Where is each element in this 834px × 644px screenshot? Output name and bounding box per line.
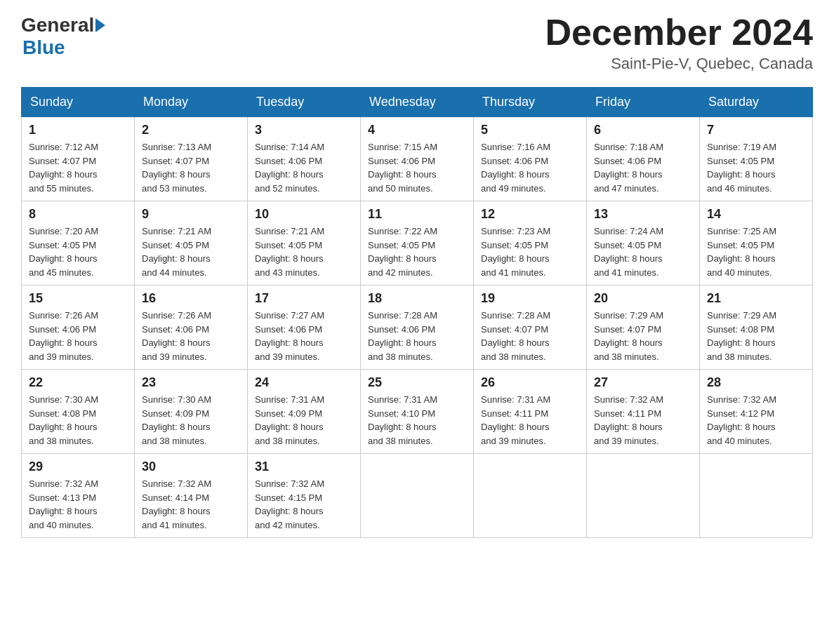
day-number: 29 [29,459,127,474]
day-info: Sunrise: 7:12 AMSunset: 4:07 PMDaylight:… [29,140,127,195]
day-info: Sunrise: 7:26 AMSunset: 4:06 PMDaylight:… [142,309,240,363]
day-number: 9 [142,207,240,222]
page-header: General Blue December 2024 Saint-Pie-V, … [21,14,813,73]
day-info: Sunrise: 7:32 AMSunset: 4:11 PMDaylight:… [594,393,692,448]
day-cell-25: 25Sunrise: 7:31 AMSunset: 4:10 PMDayligh… [361,370,474,454]
day-cell-21: 21Sunrise: 7:29 AMSunset: 4:08 PMDayligh… [700,286,813,370]
day-cell-2: 2Sunrise: 7:13 AMSunset: 4:07 PMDaylight… [135,117,248,201]
day-cell-15: 15Sunrise: 7:26 AMSunset: 4:06 PMDayligh… [22,286,135,370]
day-number: 28 [707,375,805,390]
day-number: 12 [481,207,579,222]
day-cell-5: 5Sunrise: 7:16 AMSunset: 4:06 PMDaylight… [474,117,587,201]
month-title: December 2024 [545,14,813,51]
day-cell-23: 23Sunrise: 7:30 AMSunset: 4:09 PMDayligh… [135,370,248,454]
day-cell-7: 7Sunrise: 7:19 AMSunset: 4:05 PMDaylight… [700,117,813,201]
day-number: 4 [368,123,466,137]
day-number: 30 [142,459,240,474]
day-info: Sunrise: 7:29 AMSunset: 4:08 PMDaylight:… [707,309,805,363]
weekday-header-tuesday: Tuesday [248,88,361,117]
day-info: Sunrise: 7:14 AMSunset: 4:06 PMDaylight:… [255,140,353,195]
day-info: Sunrise: 7:24 AMSunset: 4:05 PMDaylight:… [594,224,692,279]
day-cell-28: 28Sunrise: 7:32 AMSunset: 4:12 PMDayligh… [700,370,813,454]
day-info: Sunrise: 7:31 AMSunset: 4:11 PMDaylight:… [481,393,579,448]
day-cell-13: 13Sunrise: 7:24 AMSunset: 4:05 PMDayligh… [587,201,700,286]
day-info: Sunrise: 7:29 AMSunset: 4:07 PMDaylight:… [594,309,692,363]
day-number: 16 [142,291,240,306]
day-info: Sunrise: 7:30 AMSunset: 4:08 PMDaylight:… [29,393,127,448]
day-info: Sunrise: 7:31 AMSunset: 4:09 PMDaylight:… [255,393,353,448]
day-info: Sunrise: 7:28 AMSunset: 4:07 PMDaylight:… [481,309,579,363]
week-row-5: 29Sunrise: 7:32 AMSunset: 4:13 PMDayligh… [22,454,813,538]
day-cell-22: 22Sunrise: 7:30 AMSunset: 4:08 PMDayligh… [22,370,135,454]
day-info: Sunrise: 7:16 AMSunset: 4:06 PMDaylight:… [481,140,579,195]
day-cell-19: 19Sunrise: 7:28 AMSunset: 4:07 PMDayligh… [474,286,587,370]
day-number: 3 [255,123,353,137]
weekday-header-row: SundayMondayTuesdayWednesdayThursdayFrid… [22,88,813,117]
day-number: 5 [481,123,579,137]
week-row-1: 1Sunrise: 7:12 AMSunset: 4:07 PMDaylight… [22,117,813,201]
day-info: Sunrise: 7:32 AMSunset: 4:12 PMDaylight:… [707,393,805,448]
day-number: 7 [707,123,805,137]
day-cell-20: 20Sunrise: 7:29 AMSunset: 4:07 PMDayligh… [587,286,700,370]
day-cell-12: 12Sunrise: 7:23 AMSunset: 4:05 PMDayligh… [474,201,587,286]
day-info: Sunrise: 7:25 AMSunset: 4:05 PMDaylight:… [707,224,805,279]
day-info: Sunrise: 7:15 AMSunset: 4:06 PMDaylight:… [368,140,466,195]
weekday-header-monday: Monday [135,88,248,117]
logo-general-text: General [21,14,94,36]
title-block: December 2024 Saint-Pie-V, Quebec, Canad… [545,14,813,73]
day-info: Sunrise: 7:20 AMSunset: 4:05 PMDaylight:… [29,224,127,279]
day-cell-29: 29Sunrise: 7:32 AMSunset: 4:13 PMDayligh… [22,454,135,538]
day-cell-30: 30Sunrise: 7:32 AMSunset: 4:14 PMDayligh… [135,454,248,538]
day-number: 2 [142,123,240,137]
logo-arrow-icon [95,18,105,32]
day-info: Sunrise: 7:30 AMSunset: 4:09 PMDaylight:… [142,393,240,448]
day-info: Sunrise: 7:13 AMSunset: 4:07 PMDaylight:… [142,140,240,195]
day-number: 31 [255,459,353,474]
empty-cell [361,454,474,538]
logo: General Blue [21,14,107,59]
day-info: Sunrise: 7:22 AMSunset: 4:05 PMDaylight:… [368,224,466,279]
week-row-4: 22Sunrise: 7:30 AMSunset: 4:08 PMDayligh… [22,370,813,454]
day-number: 17 [255,291,353,306]
day-cell-16: 16Sunrise: 7:26 AMSunset: 4:06 PMDayligh… [135,286,248,370]
day-cell-17: 17Sunrise: 7:27 AMSunset: 4:06 PMDayligh… [248,286,361,370]
day-info: Sunrise: 7:21 AMSunset: 4:05 PMDaylight:… [255,224,353,279]
day-cell-1: 1Sunrise: 7:12 AMSunset: 4:07 PMDaylight… [22,117,135,201]
day-cell-11: 11Sunrise: 7:22 AMSunset: 4:05 PMDayligh… [361,201,474,286]
location: Saint-Pie-V, Quebec, Canada [545,55,813,73]
day-number: 6 [594,123,692,137]
logo-blue-text: Blue [22,36,65,58]
weekday-header-thursday: Thursday [474,88,587,117]
day-number: 23 [142,375,240,390]
calendar-header: SundayMondayTuesdayWednesdayThursdayFrid… [22,88,813,117]
day-cell-31: 31Sunrise: 7:32 AMSunset: 4:15 PMDayligh… [248,454,361,538]
day-info: Sunrise: 7:32 AMSunset: 4:15 PMDaylight:… [255,477,353,532]
day-cell-6: 6Sunrise: 7:18 AMSunset: 4:06 PMDaylight… [587,117,700,201]
day-number: 25 [368,375,466,390]
day-info: Sunrise: 7:31 AMSunset: 4:10 PMDaylight:… [368,393,466,448]
day-cell-4: 4Sunrise: 7:15 AMSunset: 4:06 PMDaylight… [361,117,474,201]
day-number: 19 [481,291,579,306]
day-info: Sunrise: 7:32 AMSunset: 4:13 PMDaylight:… [29,477,127,532]
day-info: Sunrise: 7:28 AMSunset: 4:06 PMDaylight:… [368,309,466,363]
day-number: 24 [255,375,353,390]
weekday-header-friday: Friday [587,88,700,117]
day-number: 11 [368,207,466,222]
day-cell-8: 8Sunrise: 7:20 AMSunset: 4:05 PMDaylight… [22,201,135,286]
day-number: 15 [29,291,127,306]
day-info: Sunrise: 7:19 AMSunset: 4:05 PMDaylight:… [707,140,805,195]
day-info: Sunrise: 7:21 AMSunset: 4:05 PMDaylight:… [142,224,240,279]
day-number: 8 [29,207,127,222]
day-info: Sunrise: 7:18 AMSunset: 4:06 PMDaylight:… [594,140,692,195]
calendar-body: 1Sunrise: 7:12 AMSunset: 4:07 PMDaylight… [22,117,813,538]
day-cell-9: 9Sunrise: 7:21 AMSunset: 4:05 PMDaylight… [135,201,248,286]
empty-cell [700,454,813,538]
day-cell-27: 27Sunrise: 7:32 AMSunset: 4:11 PMDayligh… [587,370,700,454]
weekday-header-saturday: Saturday [700,88,813,117]
day-cell-24: 24Sunrise: 7:31 AMSunset: 4:09 PMDayligh… [248,370,361,454]
day-number: 10 [255,207,353,222]
empty-cell [587,454,700,538]
empty-cell [474,454,587,538]
day-info: Sunrise: 7:26 AMSunset: 4:06 PMDaylight:… [29,309,127,363]
day-cell-26: 26Sunrise: 7:31 AMSunset: 4:11 PMDayligh… [474,370,587,454]
